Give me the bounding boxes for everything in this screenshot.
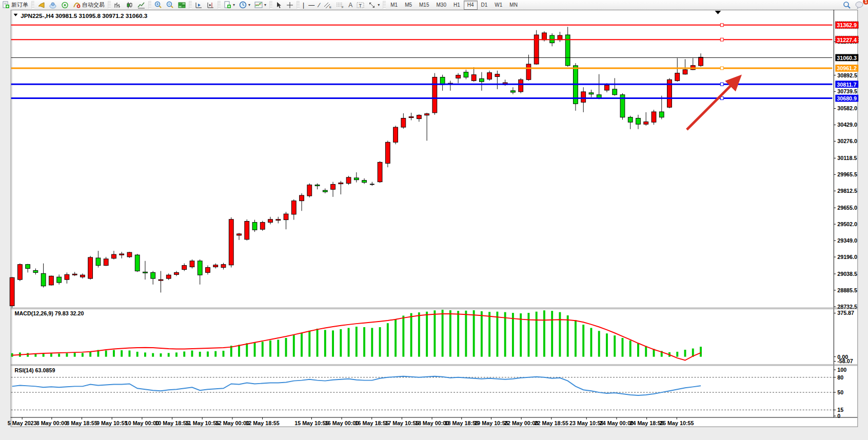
timeframe-button-mn[interactable]: MN <box>506 1 521 10</box>
macd-histogram-bar <box>473 310 475 357</box>
candle-body <box>284 214 288 219</box>
time-tick-label: 10 May 18:55 <box>155 420 189 426</box>
chart-window[interactable]: 31205.030892.530739.530582.030429.030276… <box>0 10 868 440</box>
macd-histogram-bar <box>606 333 608 356</box>
channel-icon: E <box>324 2 332 9</box>
candle-body <box>307 185 312 196</box>
indicators-button[interactable]: ▾ <box>252 1 268 9</box>
candle-body <box>479 78 484 82</box>
macd-histogram-bar <box>308 331 310 357</box>
candle-body <box>425 114 429 115</box>
timeframe-button-h1[interactable]: H1 <box>450 1 464 10</box>
candle-body <box>17 265 22 279</box>
signals-button[interactable] <box>59 1 71 9</box>
vertical-line-tool[interactable]: | <box>301 1 306 9</box>
hline-handle[interactable] <box>720 83 723 86</box>
candle-body <box>346 177 351 184</box>
auto-scroll-button[interactable] <box>193 1 205 9</box>
price-tick-label: 30739.5 <box>837 89 857 95</box>
shapes-tool[interactable]: ▾ <box>366 1 382 9</box>
bar-chart-button[interactable] <box>112 1 124 9</box>
time-tick-label: 16 May 00:00 <box>325 420 359 426</box>
notifications-button[interactable]: 1 <box>853 1 866 9</box>
time-tick-label: 8 May 18:55 <box>66 420 97 426</box>
chart-svg[interactable]: 31205.030892.530739.530582.030429.030276… <box>0 10 868 440</box>
time-tick-label: 17 May 10:55 <box>385 420 419 426</box>
line-chart-button[interactable] <box>135 1 147 9</box>
auto-trading-button[interactable]: 自动交易 <box>71 1 107 9</box>
macd-histogram-bar <box>58 354 60 357</box>
chevron-down-icon: ▾ <box>264 3 266 7</box>
macd-histogram-bar <box>50 353 52 357</box>
candle-body <box>464 72 468 77</box>
auto-trading-icon <box>73 2 81 9</box>
community-button[interactable] <box>47 1 59 9</box>
price-tick-label: 29038.5 <box>837 271 857 277</box>
candle-body <box>96 258 101 266</box>
tile-windows-button[interactable] <box>176 1 188 9</box>
hline-handle[interactable] <box>720 24 723 27</box>
candle <box>534 30 539 65</box>
chevron-down-icon: ▾ <box>233 3 235 7</box>
toolbar-separator <box>148 1 151 9</box>
candle <box>574 63 578 111</box>
horizontal-line-tool[interactable]: — <box>306 1 317 9</box>
macd-histogram-bar <box>246 343 248 356</box>
text-tool[interactable]: A <box>346 1 354 9</box>
candle-body <box>644 122 648 124</box>
auto-trading-label: 自动交易 <box>82 1 105 9</box>
search-button[interactable] <box>841 1 853 9</box>
candle-body <box>401 118 406 128</box>
macd-histogram-bar <box>410 313 412 357</box>
timeframe-button-d1[interactable]: D1 <box>478 1 491 10</box>
rsi-tick-label: 0 <box>837 413 840 419</box>
candle-body <box>526 64 531 79</box>
candle-body <box>652 112 656 122</box>
timeframe-button-w1[interactable]: W1 <box>491 1 506 10</box>
timeframe-button-m5[interactable]: M5 <box>401 1 416 10</box>
zoom-in-button[interactable] <box>152 1 164 9</box>
trendline-tool[interactable]: ∕ <box>317 1 322 9</box>
candle-chart-button[interactable] <box>124 1 135 9</box>
new-order-button[interactable]: 新订单 <box>0 1 30 9</box>
timeframe-button-m30[interactable]: M30 <box>432 1 449 10</box>
new-chart-button[interactable]: ▾ <box>222 1 237 9</box>
timeframe-button-m1[interactable]: M1 <box>387 1 401 10</box>
notification-badge: 1 <box>863 0 868 5</box>
search-icon <box>843 1 851 9</box>
timeframe-button-m15[interactable]: M15 <box>416 1 432 10</box>
candle-body <box>699 57 703 66</box>
candle-body <box>260 223 265 230</box>
hline-handle[interactable] <box>720 67 723 70</box>
macd-histogram-bar <box>160 353 162 357</box>
macd-histogram-bar <box>348 328 350 356</box>
chevron-down-icon: ▾ <box>248 3 250 7</box>
macd-histogram-bar <box>567 315 569 357</box>
macd-histogram-bar <box>254 343 256 357</box>
cursor-tool-button[interactable] <box>273 1 284 9</box>
macd-histogram-bar <box>543 310 545 356</box>
chart-shift-button[interactable] <box>205 1 216 9</box>
macd-histogram-bar <box>582 325 584 357</box>
macd-histogram-bar <box>152 353 154 357</box>
candle-body <box>276 219 281 221</box>
macd-histogram-bar <box>301 333 303 356</box>
text-label-tool[interactable]: T <box>354 1 366 9</box>
timeframe-button-h4[interactable]: H4 <box>464 1 478 10</box>
community-icon <box>49 2 57 9</box>
macd-histogram-bar <box>207 351 209 356</box>
sound-button[interactable] <box>35 1 47 9</box>
zoom-out-button[interactable] <box>164 1 176 9</box>
crosshair-tool-button[interactable] <box>284 1 295 9</box>
macd-histogram-bar <box>387 323 389 357</box>
time-tick-label: 24 May 00:00 <box>600 420 634 426</box>
hline-handle[interactable] <box>720 38 723 41</box>
macd-histogram-bar <box>559 312 561 357</box>
macd-histogram-bar <box>379 327 381 357</box>
candle-body <box>65 274 69 279</box>
candle-body <box>291 201 296 214</box>
periods-button[interactable]: ▾ <box>237 1 252 9</box>
channel-tool[interactable]: E <box>322 1 334 9</box>
text-label-icon: T <box>357 2 364 9</box>
fibonacci-tool[interactable]: F <box>334 1 346 9</box>
